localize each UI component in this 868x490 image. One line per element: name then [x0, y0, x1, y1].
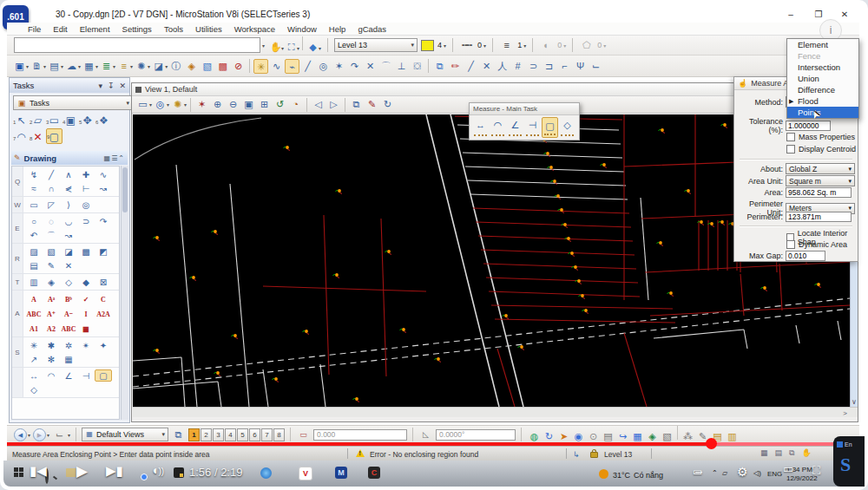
view-toggle-8[interactable]: 8 — [273, 428, 285, 441]
element-selection-tool[interactable]: ↖1 — [13, 113, 30, 128]
view-toggle-3[interactable]: 3 — [213, 428, 224, 441]
export-icon[interactable]: ➤ — [556, 429, 571, 444]
clipboard-icon[interactable]: ▤ — [601, 429, 615, 444]
drawing-tool-icon[interactable]: C — [95, 294, 112, 306]
measure-radius-tool[interactable]: ◠ — [43, 370, 60, 382]
clip-volume-icon[interactable]: ✎ — [365, 97, 379, 112]
auxiliary-icon[interactable]: ▧ — [200, 59, 214, 74]
drawing-tool-icon[interactable]: I — [77, 309, 95, 321]
drawing-tool-icon[interactable]: ▤ — [25, 260, 43, 272]
key-in-input[interactable] — [14, 37, 260, 53]
menu-tools[interactable]: Tools — [164, 24, 183, 34]
measure-volume-tool[interactable]: ◇ — [25, 384, 43, 396]
drawing-tool-icon[interactable]: ✻ — [43, 354, 60, 366]
delete-vertex-icon[interactable]: ✕ — [479, 59, 494, 74]
drawing-tool-icon[interactable]: ▦ — [77, 323, 95, 336]
group-key-label[interactable]: R — [12, 244, 23, 273]
chevron-down-icon[interactable]: ▾ — [61, 63, 63, 69]
measure-distance-button[interactable]: ↔ — [472, 117, 489, 138]
active-level-status[interactable]: Level 13 — [604, 450, 632, 459]
point-cloud-icon[interactable]: ☁ — [64, 59, 79, 74]
level-manager-icon[interactable]: ≡ — [116, 59, 131, 74]
new-file-icon[interactable]: 🗎 — [30, 59, 44, 74]
drawing-tool-icon[interactable]: ▩ — [77, 246, 95, 258]
drawing-tool-icon[interactable]: ▨ — [25, 246, 43, 258]
view-next-icon[interactable]: ▷ — [326, 97, 341, 112]
measure-length-tool[interactable]: ⊣ — [77, 370, 95, 382]
group-key-label[interactable]: Q — [12, 167, 23, 196]
close-button[interactable]: ✕ — [835, 9, 854, 21]
elevation-field[interactable] — [313, 429, 407, 441]
view-toggle-1[interactable]: 1 — [188, 428, 200, 441]
measure-radius-button[interactable]: ◠ — [490, 117, 506, 138]
view-group-combo[interactable]: ▦ Default Views ▾ — [82, 428, 168, 441]
chevron-down-icon[interactable]: ▾ — [167, 101, 169, 108]
rotate-view-icon[interactable]: ↺ — [273, 97, 287, 112]
measure-area-tool[interactable]: ▢ — [95, 369, 112, 382]
transparency-dropdown-icon[interactable]: ▾ — [563, 42, 566, 49]
drawing-tool-icon[interactable]: ⟩ — [60, 199, 77, 212]
modify-arc-tool[interactable]: ◠7 — [13, 129, 30, 145]
microstation-icon[interactable]: M — [335, 467, 347, 479]
subtitles-button[interactable]: ▭ — [693, 466, 702, 478]
volume-icon[interactable]: ◖)) — [151, 463, 164, 477]
chevron-down-icon[interactable]: ▾ — [149, 101, 152, 108]
drawing-tool-icon[interactable]: ↷ — [95, 216, 112, 228]
chamfer-icon[interactable]: ⌙ — [589, 59, 603, 74]
drawing-tool-icon[interactable]: ◡ — [60, 216, 77, 228]
menu-workspace[interactable]: Workspace — [234, 24, 275, 34]
accudraw-icon[interactable]: ✳ — [253, 59, 268, 74]
tasks-combo[interactable]: ▣ Tasks ▾ — [13, 95, 133, 110]
view-history-icon[interactable]: ⌙ — [52, 428, 67, 442]
chevron-down-icon[interactable]: ▾ — [162, 431, 166, 438]
drawing-tool-icon[interactable]: ∿ — [95, 169, 112, 181]
drawing-tool-icon[interactable]: ↯ — [25, 169, 43, 181]
color-dropdown-icon[interactable]: ▾ — [444, 42, 446, 49]
file-changed-icon[interactable]: ▤ — [775, 448, 783, 458]
menu-settings[interactable]: Settings — [122, 24, 152, 34]
chevron-down-icon[interactable]: ▾ — [148, 63, 150, 69]
measure-length-button[interactable]: ⊣ — [524, 117, 541, 138]
priority-dropdown-icon[interactable]: ▾ — [603, 42, 606, 49]
drawing-tool-icon[interactable]: ◇ — [60, 277, 77, 289]
menu-help[interactable]: Help — [329, 24, 346, 34]
drawing-tool-icon[interactable]: ↝ — [95, 183, 112, 195]
fit-view-icon[interactable]: ⊞ — [257, 97, 272, 112]
measure-distance-tool[interactable]: ↔ — [25, 370, 43, 382]
edit-icon[interactable]: ✏ — [448, 59, 463, 74]
drawing-tool-icon[interactable]: ◆ — [77, 277, 95, 289]
previous-video-button[interactable]: ▮◀ — [30, 463, 47, 479]
drawing-tool-icon[interactable]: ⊃ — [77, 216, 95, 228]
drawing-tool-icon[interactable]: ▥ — [25, 277, 43, 289]
fault-icon[interactable]: ✋ — [801, 448, 811, 458]
drawing-tool-icon[interactable]: ✱ — [43, 340, 60, 352]
drawing-tool-icon[interactable]: ◩ — [95, 246, 112, 258]
drawing-tool-icon[interactable]: Aᵃ — [43, 294, 60, 306]
drawing-tool-icon[interactable]: ⋞ — [60, 183, 77, 195]
max-gap-input[interactable] — [786, 251, 825, 261]
level-display-icon[interactable]: ✺ — [134, 59, 148, 74]
break-icon[interactable]: 人 — [495, 59, 510, 74]
teams-icon[interactable] — [260, 467, 272, 479]
drawing-tool-icon[interactable]: ✴ — [77, 340, 95, 352]
tasks-scrollbar[interactable] — [121, 166, 128, 420]
saved-views-icon[interactable]: ≣ — [99, 59, 114, 74]
view-previous-icon[interactable]: ◁ — [311, 97, 326, 112]
measure-angle-button[interactable]: ∠ — [507, 117, 523, 138]
drawing-tool-icon[interactable]: Bᵇ — [60, 294, 77, 306]
active-workmode-icon[interactable]: ▦ — [760, 448, 768, 458]
drawing-tool-icon[interactable]: A2 — [43, 323, 60, 336]
drawing-tool-icon[interactable]: A — [25, 294, 43, 306]
forward-dropdown-icon[interactable]: ▾ — [47, 432, 49, 438]
chevron-down-icon[interactable]: ▾ — [130, 63, 133, 69]
chevron-down-icon[interactable]: ▾ — [95, 63, 98, 69]
window-area-icon[interactable]: ▣ — [241, 97, 256, 112]
drawing-tool-icon[interactable]: ▦ — [60, 354, 77, 366]
group-key-label[interactable]: T — [12, 274, 23, 290]
menu-item-element[interactable]: Element — [787, 39, 858, 50]
arc-snap-icon[interactable]: ⌒ — [378, 59, 393, 74]
origin-snap-icon[interactable]: ⛋ — [410, 59, 424, 74]
move-tool[interactable]: ✥5 — [79, 113, 95, 128]
mass-properties-checkbox[interactable] — [786, 133, 795, 141]
drawing-tool-icon[interactable]: ╱ — [43, 169, 60, 181]
